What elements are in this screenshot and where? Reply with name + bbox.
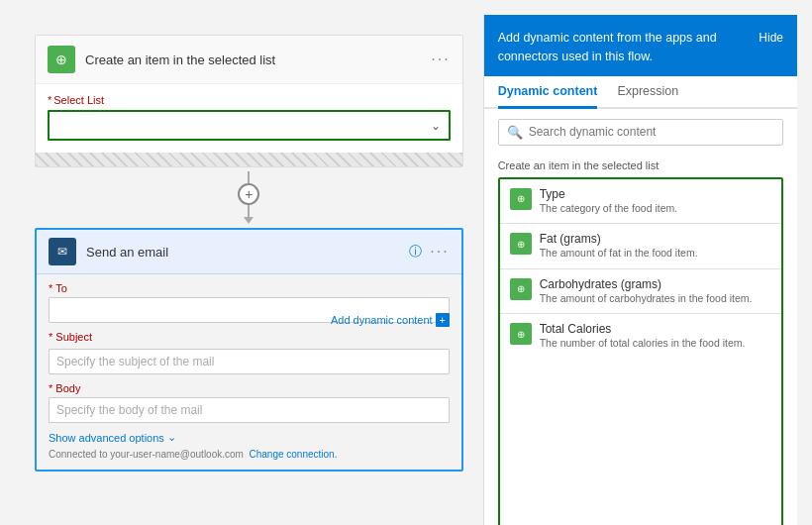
tab-dynamic-content[interactable]: Dynamic content	[498, 76, 598, 109]
carbs-item-text: Carbohydrates (grams) The amount of carb…	[540, 277, 753, 306]
connector-vert-bottom	[248, 205, 250, 217]
fat-item-title: Fat (grams)	[540, 232, 698, 246]
email-card-header: ✉ Send an email ⓘ ···	[37, 230, 461, 274]
section-label: Create an item in the selected list	[484, 156, 797, 177]
carbs-item-title: Carbohydrates (grams)	[540, 277, 753, 291]
type-item-desc: The category of the food item.	[540, 202, 678, 216]
connector-arrow	[244, 217, 254, 224]
calories-item-desc: The number of total calories in the food…	[540, 337, 746, 351]
type-item-icon: ⊕	[510, 188, 532, 210]
search-bar[interactable]: 🔍	[498, 119, 783, 146]
add-step-button[interactable]: +	[238, 183, 259, 205]
list-item[interactable]: ⊕ Carbohydrates (grams) The amount of ca…	[500, 269, 781, 315]
fat-item-text: Fat (grams) The amount of fat in the foo…	[540, 232, 698, 261]
carbs-item-desc: The amount of carbohydrates in the food …	[540, 292, 753, 306]
create-item-title: Create an item in the selected list	[85, 52, 431, 67]
subject-field-row: * Subject Add dynamic content +	[49, 331, 450, 374]
dynamic-items-list: ⊕ Type The category of the food item. ⊕ …	[498, 177, 783, 526]
tabs-row: Dynamic content Expression	[484, 76, 797, 109]
fat-item-icon: ⊕	[510, 233, 532, 255]
create-item-body: *Select List Food ⌄	[36, 84, 462, 153]
list-item[interactable]: ⊕ Total Calories The number of total cal…	[500, 314, 781, 359]
email-card-title: Send an email	[86, 245, 409, 260]
email-icon: ✉	[49, 238, 76, 265]
search-icon: 🔍	[507, 125, 523, 140]
add-dynamic-content-button[interactable]: Add dynamic content +	[331, 313, 450, 327]
tab-expression[interactable]: Expression	[617, 76, 678, 109]
body-input[interactable]	[49, 397, 450, 423]
striped-divider	[36, 153, 462, 166]
select-list-label: *Select List	[48, 94, 451, 106]
create-item-card: ⊕ Create an item in the selected list ··…	[35, 35, 463, 167]
email-info-icon[interactable]: ⓘ	[409, 243, 422, 261]
select-list-wrapper: Food ⌄	[48, 110, 451, 141]
fat-item-desc: The amount of fat in the food item.	[540, 247, 698, 261]
add-dynamic-plus-icon: +	[436, 313, 450, 327]
connector-line: +	[35, 167, 463, 228]
search-input[interactable]	[529, 125, 774, 139]
carbs-item-icon: ⊕	[510, 278, 532, 300]
body-label: * Body	[49, 382, 450, 394]
calories-item-text: Total Calories The number of total calor…	[540, 322, 746, 351]
calories-item-title: Total Calories	[540, 322, 746, 336]
email-menu[interactable]: ···	[430, 243, 449, 261]
type-item-title: Type	[540, 187, 678, 201]
connector-vert-top	[248, 171, 250, 183]
create-item-header: ⊕ Create an item in the selected list ··…	[36, 36, 462, 84]
change-connection-link[interactable]: Change connection.	[249, 449, 337, 460]
create-item-menu[interactable]: ···	[431, 51, 450, 68]
body-field-row: * Body	[49, 382, 450, 423]
type-item-text: Type The category of the food item.	[540, 187, 678, 216]
calories-item-icon: ⊕	[510, 323, 532, 345]
list-item[interactable]: ⊕ Type The category of the food item.	[500, 179, 781, 225]
to-label: * To	[49, 282, 450, 294]
subject-label: * Subject	[49, 331, 92, 343]
create-item-icon: ⊕	[48, 46, 75, 73]
select-list-input[interactable]: Food	[50, 112, 449, 139]
dynamic-content-panel: Add dynamic content from the apps and co…	[483, 15, 797, 525]
chevron-down-icon: ⌄	[167, 431, 176, 444]
connected-info: Connected to your-user-name@outlook.com …	[49, 449, 450, 460]
hide-button[interactable]: Hide	[759, 29, 783, 45]
send-email-card: ✉ Send an email ⓘ ··· * To recipient@ema…	[35, 228, 463, 472]
list-item[interactable]: ⊕ Fat (grams) The amount of fat in the f…	[500, 224, 781, 269]
email-body: * To recipient@email-domain.com * Subjec…	[37, 274, 461, 470]
dynamic-header: Add dynamic content from the apps and co…	[484, 15, 797, 76]
subject-input[interactable]	[49, 349, 450, 374]
show-advanced-button[interactable]: Show advanced options ⌄	[49, 431, 450, 444]
dynamic-header-text: Add dynamic content from the apps and co…	[498, 29, 750, 66]
